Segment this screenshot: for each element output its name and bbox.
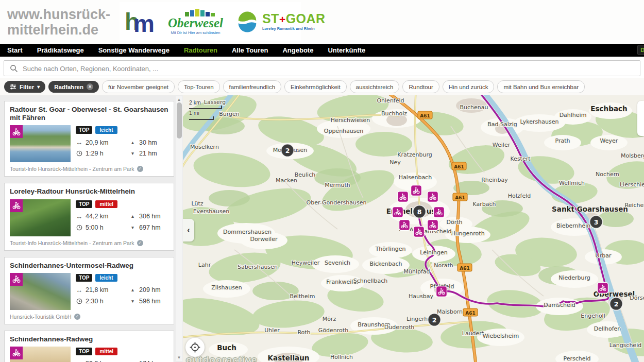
- nav-item-radtouren[interactable]: Radtouren: [177, 44, 225, 57]
- map-place-label: Heyweiler: [292, 260, 320, 266]
- tour-title[interactable]: Radtour St. Goar - Oberwesel - St. Goars…: [10, 106, 168, 122]
- map-place-label: Moselkern: [190, 144, 219, 150]
- tour-title[interactable]: Loreley-Radtour Hunsrück-Mittelrhein: [10, 187, 168, 196]
- scrollbar-thumb[interactable]: [177, 102, 182, 139]
- map-place-label: Perscheid: [563, 355, 590, 362]
- svg-text:A61: A61: [460, 266, 470, 271]
- remove-filter-icon[interactable]: ✕: [87, 83, 93, 90]
- nav-item-unterkuenfte[interactable]: Unterkünfte: [320, 44, 372, 57]
- language-switcher[interactable]: DE: [637, 45, 644, 56]
- motorway-badge: A61: [418, 111, 432, 119]
- tour-card[interactable]: Schinderhannes-Untermosel-Radweg TOP lei…: [4, 257, 174, 324]
- map-zoom-control[interactable]: [637, 101, 644, 136]
- cluster-marker[interactable]: 3: [590, 216, 603, 229]
- map-place-label: Kratzenburg: [397, 151, 432, 158]
- cluster-marker[interactable]: 2: [281, 144, 294, 157]
- cluster-marker[interactable]: 2: [428, 314, 441, 326]
- scroll-down-icon[interactable]: ▼: [176, 355, 182, 360]
- descent-icon: ▼: [129, 225, 136, 230]
- distance-value: 21,8 km: [86, 286, 108, 294]
- filter-chip-familienfreundlich[interactable]: familienfreundlich: [223, 80, 282, 93]
- nav-item-angebote[interactable]: Angebote: [275, 44, 320, 57]
- site-header: www.hunsrück- mittelrhein.de hm Oberwese…: [0, 0, 644, 44]
- map-place-label: Herschwiesen: [331, 117, 370, 124]
- bike-tour-marker[interactable]: [428, 220, 438, 231]
- map-place-label: Evershausen: [193, 208, 230, 215]
- bike-tour-marker[interactable]: [393, 207, 403, 218]
- distance-icon: ↔: [76, 139, 82, 146]
- filter-chip-aussichtsreich[interactable]: aussichtsreich: [350, 80, 400, 93]
- descent-value: 21 hm: [139, 150, 157, 157]
- cycling-badge-icon: [10, 199, 23, 212]
- map-place-label: Laudert: [462, 330, 484, 337]
- map-place-label: Lahr: [198, 262, 211, 268]
- descent-icon: ▼: [129, 151, 136, 156]
- cluster-marker[interactable]: 8: [413, 205, 426, 218]
- tour-stats: ↔20,9 km ▲30 hm 1:29 h ▼21 hm: [76, 139, 168, 157]
- map-place-label: Ohlenfeld: [377, 97, 404, 104]
- page: www.hunsrück- mittelrhein.de hm Oberwese…: [0, 0, 644, 362]
- cluster-marker[interactable]: 2: [610, 298, 623, 311]
- scroll-up-icon[interactable]: ▲: [176, 97, 182, 102]
- map-place-label: Urbar: [596, 252, 612, 259]
- filter-button[interactable]: Filter ▾: [4, 81, 45, 93]
- tour-thumbnail[interactable]: [10, 125, 71, 162]
- nav-item-start[interactable]: Start: [0, 44, 30, 57]
- oberwesel-logo[interactable]: Oberwesel Mit Dir ist Hier am schönsten: [168, 9, 223, 35]
- cycling-badge-icon: [10, 273, 23, 286]
- tour-stats: ↔44,2 km ▲306 hm 5:00 h ▼697 hm: [76, 213, 168, 231]
- filter-chip-einkehrmoeglichkeit[interactable]: Einkehrmöglichkeit: [284, 80, 347, 93]
- bike-tour-marker[interactable]: [436, 286, 447, 297]
- duration-value: 1:29 h: [86, 150, 104, 157]
- search-input[interactable]: [22, 61, 636, 77]
- filter-chip-top-touren[interactable]: Top-Touren: [178, 80, 220, 93]
- motorway-badge: A61: [452, 162, 466, 170]
- tour-card[interactable]: Loreley-Radtour Hunsrück-Mittelrhein TOP…: [4, 183, 174, 250]
- hunsrueck-mittelrhein-logo[interactable]: hm: [125, 10, 155, 33]
- ascent-icon: ▲: [129, 214, 136, 219]
- bike-tour-marker[interactable]: [414, 227, 425, 237]
- map-place-label: Hungenroth: [451, 230, 484, 237]
- filter-chip-bahn-bus[interactable]: mit Bahn und Bus erreichbar: [497, 80, 585, 93]
- locate-icon: [190, 342, 200, 353]
- active-filter-chip-radfahren[interactable]: Radfahren ✕: [48, 81, 99, 93]
- map-place-label: Engehöll: [581, 313, 605, 319]
- map-place-label: Weiler: [493, 142, 511, 148]
- ascent-icon: ▲: [129, 287, 136, 292]
- filter-chip-november[interactable]: für November geeignet: [102, 80, 175, 93]
- bike-tour-marker[interactable]: [428, 192, 438, 202]
- map-canvas[interactable]: LassergBurgenMoselkernMorshausenOhlenfel…: [183, 95, 644, 362]
- tour-card[interactable]: Radtour St. Goar - Oberwesel - St. Goars…: [4, 101, 174, 177]
- st-goar-logo[interactable]: ST+GOAR Loreley Romantik und Rhein: [236, 11, 326, 32]
- bike-tour-marker[interactable]: [398, 192, 409, 202]
- bike-tour-marker[interactable]: [411, 185, 422, 196]
- bike-tour-marker[interactable]: [434, 207, 445, 218]
- site-title-line1: www.hunsrück-: [7, 7, 110, 23]
- nav-item-sonstige-wanderwege[interactable]: Sonstige Wanderwege: [91, 44, 177, 57]
- tour-card[interactable]: Schinderhannes-Radweg TOP mittel ↔39,3 k…: [4, 331, 174, 362]
- bike-tour-marker[interactable]: [399, 220, 410, 231]
- map-container[interactable]: LassergBurgenMoselkernMorshausenOhlenfel…: [183, 95, 644, 362]
- distance-value: 39,3 km: [86, 360, 108, 362]
- tour-source: Tourist-Info Hunsrück-Mittelrhein - Zent…: [10, 166, 168, 172]
- cycling-badge-icon: [10, 125, 23, 138]
- tour-thumbnail[interactable]: [10, 273, 71, 310]
- tour-stats: ↔21,8 km ▲209 hm 2:30 h ▼596 hm: [76, 286, 168, 305]
- filter-chip-hin-und-zurueck[interactable]: Hin und zurück: [443, 80, 495, 93]
- tour-title[interactable]: Schinderhannes-Radweg: [10, 335, 168, 343]
- filter-chip-rundtour[interactable]: Rundtour: [402, 80, 439, 93]
- panel-collapse-button[interactable]: ‹: [183, 219, 194, 242]
- tour-title[interactable]: Schinderhannes-Untermosel-Radweg: [10, 262, 168, 270]
- map-place-label: Molsberg: [621, 152, 644, 159]
- tour-source: Tourist-Info Hunsrück-Mittelrhein - Zent…: [10, 240, 168, 246]
- panel-scrollbar[interactable]: ▲ ▼: [176, 96, 182, 361]
- tour-thumbnail[interactable]: [10, 199, 71, 236]
- nav-item-alle-touren[interactable]: Alle Touren: [225, 44, 276, 57]
- tour-thumbnail[interactable]: [10, 347, 71, 362]
- tour-source: Hunsrück-Touristik GmbH✓: [10, 314, 168, 320]
- svg-text:A61: A61: [454, 164, 464, 169]
- map-place-label: Langscheid: [609, 342, 641, 349]
- nav-item-praedikatswege[interactable]: Prädikatswege: [30, 44, 91, 57]
- map-place-label: Buch: [217, 343, 236, 352]
- bike-tour-marker[interactable]: [598, 283, 608, 294]
